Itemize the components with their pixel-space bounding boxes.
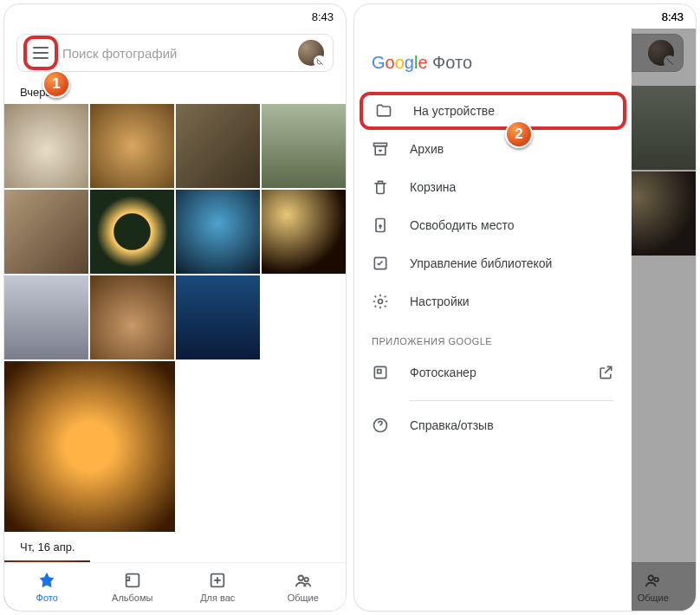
trash-icon	[372, 178, 389, 196]
menu-label: Справка/отзыв	[410, 418, 494, 432]
scanner-icon	[372, 364, 389, 381]
drawer-title: Google Фото	[354, 39, 632, 92]
menu-label: Архив	[410, 142, 444, 156]
menu-on-device[interactable]: На устройстве	[360, 92, 626, 130]
nav-albums[interactable]: Альбомы	[90, 563, 176, 611]
left-screen: 8:43 Поиск фотографий 1 Вчера Чт, 1	[4, 4, 346, 611]
photo-thumb[interactable]	[90, 104, 174, 188]
search-placeholder: Поиск фотографий	[26, 46, 289, 61]
nav-shared[interactable]: Общие	[261, 563, 347, 611]
svg-point-10	[379, 300, 383, 304]
nav-label: Общие	[288, 592, 319, 603]
freeup-icon	[372, 217, 389, 234]
photo-grid	[4, 104, 346, 359]
menu-library[interactable]: Управление библиотекой	[354, 244, 632, 282]
gear-icon	[372, 293, 389, 310]
library-icon	[372, 255, 389, 272]
section-date: Чт, 16 апр.	[4, 532, 346, 559]
photo-thumb[interactable]	[176, 104, 260, 188]
search-bar[interactable]: Поиск фотографий	[16, 34, 334, 72]
menu-label: Корзина	[410, 180, 456, 194]
divider	[410, 400, 614, 401]
archive-icon	[372, 140, 389, 158]
photo-thumb[interactable]	[176, 190, 260, 274]
folder-icon	[375, 102, 392, 120]
nav-photos[interactable]: Фото	[4, 563, 90, 611]
menu-section-apps: ПРИЛОЖЕНИЯ GOOGLE	[354, 320, 632, 353]
shared-icon	[294, 571, 313, 590]
menu-photoscanner[interactable]: Фотосканер	[354, 353, 632, 392]
photo-thumb-large[interactable]	[4, 361, 175, 532]
photo-thumb[interactable]	[4, 104, 88, 188]
nav-label: Для вас	[200, 592, 235, 603]
menu-label: Фотосканер	[410, 366, 476, 379]
avatar[interactable]	[298, 40, 324, 66]
sync-off-icon	[314, 55, 326, 68]
photo-thumb[interactable]	[4, 275, 88, 359]
menu-label: Освободить место	[410, 218, 515, 232]
status-bar: 8:43	[354, 4, 696, 29]
menu-archive[interactable]: Архив	[354, 130, 632, 168]
hamburger-icon	[33, 47, 49, 59]
photo-thumb[interactable]	[90, 275, 174, 359]
photo-thumb[interactable]	[4, 190, 88, 274]
external-link-icon	[597, 364, 614, 381]
menu-label: Настройки	[410, 295, 470, 308]
menu-trash[interactable]: Корзина	[354, 168, 632, 206]
svg-point-2	[298, 576, 303, 581]
photo-thumb[interactable]	[90, 190, 174, 274]
menu-freeup[interactable]: Освободить место	[354, 206, 632, 244]
svg-point-3	[304, 578, 308, 582]
photos-icon	[37, 571, 56, 590]
menu-button[interactable]	[23, 36, 58, 70]
callout-1: 1	[42, 70, 70, 98]
nav-label: Фото	[36, 592, 58, 603]
photo-thumb[interactable]	[262, 190, 346, 274]
menu-settings[interactable]: Настройки	[354, 282, 632, 320]
scrim[interactable]	[632, 29, 696, 611]
svg-rect-12	[378, 370, 381, 373]
status-bar: 8:43	[4, 4, 346, 29]
bottom-nav: Фото Альбомы Для вас Общие	[4, 562, 346, 611]
nav-foryou[interactable]: Для вас	[175, 563, 261, 611]
nav-drawer: Google Фото На устройстве 2 Архив Корзин…	[354, 29, 632, 611]
foryou-icon	[208, 571, 227, 590]
menu-label: Управление библиотекой	[410, 256, 552, 270]
albums-icon	[123, 571, 142, 590]
photo-thumb[interactable]	[262, 104, 346, 188]
menu-help[interactable]: Справка/отзыв	[354, 406, 632, 444]
right-screen: 8:43 Общие 8:43 Google Фото	[354, 4, 696, 611]
menu-label: На устройстве	[413, 104, 495, 118]
clock: 8:43	[312, 10, 334, 23]
help-icon	[372, 417, 389, 434]
clock: 8:43	[662, 10, 684, 23]
photo-thumb[interactable]	[176, 275, 260, 359]
nav-label: Альбомы	[112, 592, 152, 603]
callout-2: 2	[505, 120, 533, 148]
